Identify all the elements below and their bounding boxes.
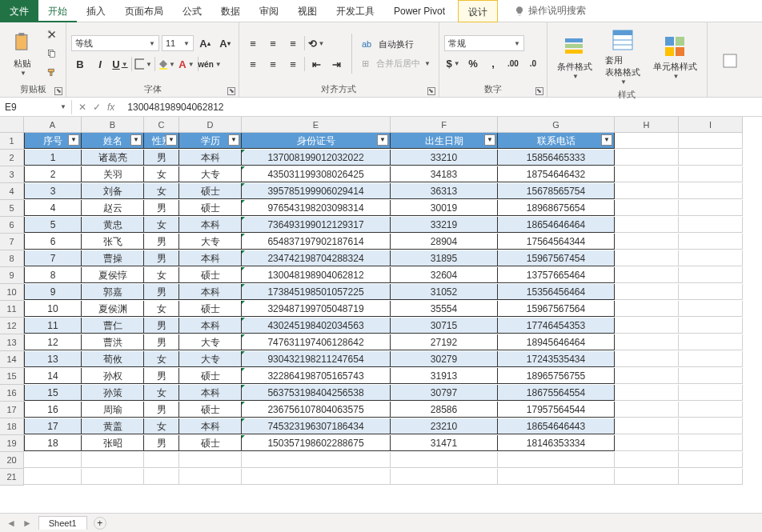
row-header[interactable]: 13 <box>0 334 24 351</box>
table-cell[interactable]: 15356456464 <box>498 284 615 300</box>
spreadsheet-grid[interactable]: ABCDEFGHI 1序号▼姓名▼性别▼学历▼身份证号▼出生日期▼联系电话▼21… <box>0 117 762 501</box>
insert-cells-button[interactable] <box>712 46 748 75</box>
table-cell[interactable]: 15967567564 <box>498 301 615 317</box>
table-cell[interactable]: 18754646432 <box>498 166 615 182</box>
table-cell[interactable]: 男 <box>144 435 179 451</box>
copy-button[interactable] <box>43 45 61 62</box>
filter-button[interactable]: ▼ <box>601 134 612 146</box>
table-cell[interactable]: 137008199012032022 <box>242 150 391 166</box>
filter-button[interactable]: ▼ <box>166 134 177 146</box>
table-cell[interactable]: 6 <box>24 234 82 250</box>
table-cell[interactable]: 夏侯惇 <box>82 267 144 283</box>
table-cell[interactable]: 男 <box>144 150 179 166</box>
table-cell[interactable]: 男 <box>144 250 179 266</box>
phonetic-button[interactable]: wén▼ <box>201 55 219 73</box>
tab-start[interactable]: 开始 <box>38 0 77 22</box>
table-cell[interactable]: 322864198705165743 <box>242 368 391 384</box>
table-cell[interactable]: 硕士 <box>179 267 242 283</box>
table-cell[interactable]: 大专 <box>179 334 242 350</box>
fill-color-button[interactable]: ▼ <box>158 55 175 73</box>
table-cell[interactable]: 曹仁 <box>82 318 144 334</box>
cell-styles-button[interactable]: 单元格样式▼ <box>648 32 702 82</box>
table-cell[interactable]: 30019 <box>391 200 498 216</box>
tab-data[interactable]: 数据 <box>211 0 250 22</box>
row-header[interactable]: 9 <box>0 267 24 284</box>
indent-increase-button[interactable]: ⇥ <box>327 55 345 73</box>
row-header[interactable]: 15 <box>0 368 24 385</box>
orientation-button[interactable]: ⟲▼ <box>307 34 325 52</box>
table-cell[interactable]: 16 <box>24 402 82 418</box>
table-cell[interactable]: 关羽 <box>82 166 144 182</box>
table-cell[interactable]: 本科 <box>179 318 242 334</box>
table-cell[interactable]: 女 <box>144 301 179 317</box>
tab-design[interactable]: 设计 <box>458 0 498 22</box>
table-cell[interactable]: 女 <box>144 183 179 199</box>
tab-formula[interactable]: 公式 <box>173 0 211 22</box>
table-cell[interactable]: 张飞 <box>82 234 144 250</box>
table-cell[interactable]: 曹操 <box>82 250 144 266</box>
col-header-E[interactable]: E <box>242 117 391 133</box>
table-cell[interactable]: 130048198904062812 <box>242 267 391 283</box>
table-cell[interactable]: 236756107804063575 <box>242 402 391 418</box>
col-header-G[interactable]: G <box>498 117 615 133</box>
tab-file[interactable]: 文件 <box>0 0 38 22</box>
tab-pagelayout[interactable]: 页面布局 <box>115 0 173 22</box>
table-cell[interactable]: 孙权 <box>82 368 144 384</box>
table-cell[interactable]: 30279 <box>391 351 498 367</box>
font-launcher[interactable]: ⬊ <box>227 87 235 95</box>
table-cell[interactable]: 28904 <box>391 234 498 250</box>
table-cell[interactable]: 31471 <box>391 435 498 451</box>
table-cell[interactable]: 男 <box>144 200 179 216</box>
table-cell[interactable]: 15967567454 <box>498 250 615 266</box>
table-cell[interactable]: 18146353334 <box>498 435 615 451</box>
table-header[interactable]: 序号▼ <box>24 133 82 149</box>
align-left-button[interactable]: ≡ <box>244 55 262 73</box>
table-cell[interactable]: 诸葛亮 <box>82 150 144 166</box>
filter-button[interactable]: ▼ <box>130 134 142 146</box>
decrease-font-button[interactable]: A▾ <box>216 34 234 52</box>
table-cell[interactable]: 173845198501057225 <box>242 284 391 300</box>
table-cell[interactable]: 395785199906029414 <box>242 183 391 199</box>
table-cell[interactable]: 18945646464 <box>498 334 615 350</box>
select-all-corner[interactable] <box>0 117 24 133</box>
name-box[interactable]: E9▼ <box>0 100 72 114</box>
table-cell[interactable]: 本科 <box>179 250 242 266</box>
table-cell[interactable]: 13757665464 <box>498 267 615 283</box>
table-cell[interactable]: 周瑜 <box>82 402 144 418</box>
table-cell[interactable]: 女 <box>144 166 179 182</box>
filter-button[interactable]: ▼ <box>484 134 495 146</box>
table-cell[interactable]: 32604 <box>391 267 498 283</box>
table-cell[interactable]: 563753198404256538 <box>242 385 391 401</box>
tab-dev[interactable]: 开发工具 <box>327 0 384 22</box>
merge-center-button[interactable]: ⊞ 合并后居中▼ <box>359 55 434 71</box>
table-cell[interactable]: 8 <box>24 267 82 283</box>
align-bottom-button[interactable]: ≡ <box>284 34 302 52</box>
table-cell[interactable]: 本科 <box>179 385 242 401</box>
table-cell[interactable]: 硕士 <box>179 402 242 418</box>
table-cell[interactable]: 736493199012129317 <box>242 217 391 233</box>
table-header[interactable]: 性别▼ <box>144 133 179 149</box>
table-cell[interactable]: 17243535434 <box>498 351 615 367</box>
filter-button[interactable]: ▼ <box>68 134 79 146</box>
table-header[interactable]: 身份证号▼ <box>242 133 391 149</box>
number-format-select[interactable]: 常规▼ <box>444 35 524 51</box>
align-center-button[interactable]: ≡ <box>264 55 282 73</box>
increase-decimal-button[interactable]: .00 <box>504 54 522 72</box>
table-header[interactable]: 联系电话▼ <box>498 133 615 149</box>
table-cell[interactable]: 黄忠 <box>82 217 144 233</box>
table-cell[interactable]: 本科 <box>179 418 242 434</box>
currency-button[interactable]: $▼ <box>444 54 462 72</box>
table-cell[interactable]: 15 <box>24 385 82 401</box>
table-cell[interactable]: 15856465333 <box>498 150 615 166</box>
row-header[interactable]: 1 <box>0 133 24 150</box>
comma-button[interactable]: , <box>484 54 502 72</box>
table-cell[interactable]: 33219 <box>391 217 498 233</box>
col-header-C[interactable]: C <box>144 117 179 133</box>
table-cell[interactable]: 30715 <box>391 318 498 334</box>
clipboard-launcher[interactable]: ⬊ <box>54 87 62 95</box>
table-cell[interactable]: 18965756755 <box>498 368 615 384</box>
table-cell[interactable]: 荀攸 <box>82 351 144 367</box>
table-cell[interactable]: 夏侯渊 <box>82 301 144 317</box>
table-cell[interactable]: 男 <box>144 402 179 418</box>
format-table-button[interactable]: 套用 表格格式▼ <box>600 26 645 87</box>
